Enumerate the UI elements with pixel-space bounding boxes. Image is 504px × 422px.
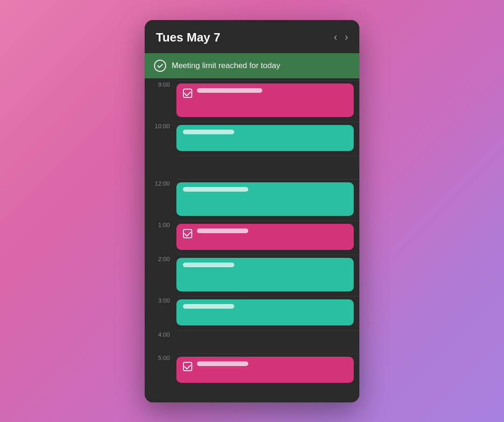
calendar-body[interactable]: 9:00 10:00 — [145, 80, 359, 402]
event-block[interactable] — [176, 258, 354, 291]
event-block[interactable] — [176, 83, 354, 117]
next-button[interactable]: › — [345, 32, 348, 42]
event-content — [183, 187, 347, 192]
event-block[interactable] — [176, 125, 354, 151]
time-row-9: 9:00 — [145, 80, 359, 122]
event-title — [183, 187, 248, 192]
time-area-5 — [176, 353, 359, 387]
prev-button[interactable]: ‹ — [334, 32, 337, 42]
event-block[interactable] — [176, 182, 354, 216]
time-row-2: 2:00 — [145, 255, 359, 296]
event-content — [183, 304, 347, 309]
time-area-11 — [176, 156, 359, 162]
time-label-1: 1:00 — [145, 221, 176, 228]
event-block[interactable] — [176, 357, 354, 383]
time-label-4: 4:00 — [145, 330, 176, 338]
event-title — [183, 304, 234, 309]
time-area-3 — [176, 296, 359, 330]
time-row-11 — [145, 156, 359, 179]
checkbox-icon[interactable] — [183, 229, 192, 238]
time-row-12: 12:00 — [145, 179, 359, 221]
time-area-1 — [176, 221, 359, 255]
time-row-10: 10:00 — [145, 122, 359, 156]
event-title — [197, 88, 262, 93]
time-area-9 — [176, 80, 359, 122]
calendar-card: Tues May 7 ‹ › Meeting limit reached for… — [145, 20, 359, 402]
time-area-4 — [176, 330, 359, 336]
time-label-10: 10:00 — [145, 122, 176, 130]
time-label-12: 12:00 — [145, 179, 176, 187]
time-label-3: 3:00 — [145, 296, 176, 304]
calendar-date-title: Tues May 7 — [156, 30, 220, 45]
checkbox-icon[interactable] — [183, 362, 192, 371]
event-content — [183, 263, 347, 267]
event-content — [197, 228, 347, 233]
event-title — [197, 228, 248, 233]
time-row-3: 3:00 — [145, 296, 359, 330]
nav-buttons: ‹ › — [334, 32, 348, 42]
event-block[interactable] — [176, 224, 354, 250]
status-banner: Meeting limit reached for today — [145, 53, 359, 78]
time-label-11 — [145, 156, 176, 157]
event-title — [183, 130, 234, 134]
time-area-2 — [176, 255, 359, 296]
check-circle-icon — [154, 60, 166, 72]
calendar-header: Tues May 7 ‹ › — [145, 20, 359, 53]
event-title — [197, 361, 248, 366]
time-area-10 — [176, 122, 359, 156]
status-text: Meeting limit reached for today — [172, 61, 280, 70]
event-title — [183, 263, 234, 267]
event-content — [183, 130, 347, 134]
time-label-9: 9:00 — [145, 80, 176, 88]
event-content — [197, 361, 347, 366]
event-block[interactable] — [176, 299, 354, 325]
checkbox-icon[interactable] — [183, 89, 192, 98]
time-label-2: 2:00 — [145, 255, 176, 263]
time-row-4: 4:00 — [145, 330, 359, 353]
event-content — [197, 88, 347, 93]
time-label-5: 5:00 — [145, 353, 176, 361]
time-row-5: 5:00 — [145, 353, 359, 387]
time-row-1: 1:00 — [145, 221, 359, 255]
time-area-12 — [176, 179, 359, 221]
